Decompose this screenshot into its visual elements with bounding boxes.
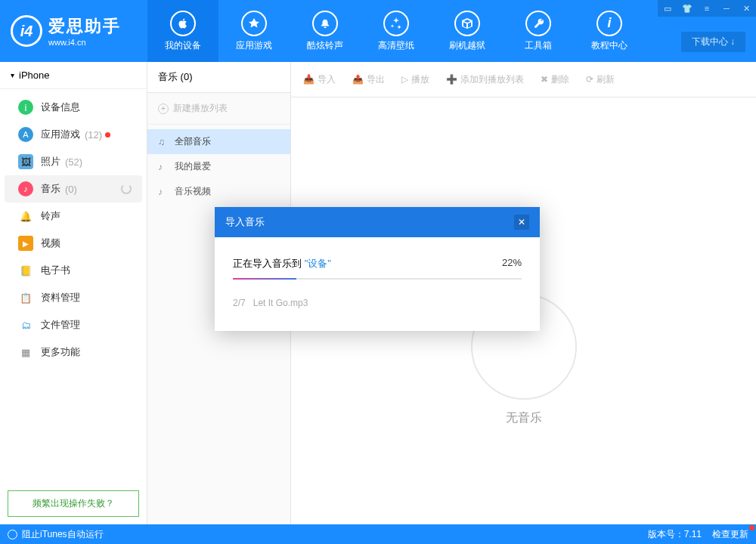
minimize-button[interactable]: ─	[717, 0, 736, 17]
import-target: "设备"	[305, 258, 331, 269]
nav-flash[interactable]: 刷机越狱	[432, 0, 503, 62]
video-note-icon: ♪	[158, 187, 169, 197]
progress-fill	[233, 278, 296, 280]
app-header: i4 爱思助手 www.i4.cn 我的设备 应用游戏 酷炫铃声 高清壁纸 刷机…	[0, 0, 756, 62]
plus-icon: +	[158, 104, 169, 114]
cat-label: 音乐视频	[175, 185, 211, 198]
import-button[interactable]: 📥导入	[303, 73, 336, 86]
chevron-down-icon: ▾	[11, 71, 14, 79]
sidebar-music[interactable]: ♪ 音乐 (0)	[5, 175, 142, 202]
new-playlist-button: + 新建播放列表	[147, 93, 290, 125]
sidebar-label: 应用游戏	[41, 128, 80, 141]
import-file-info: 2/7 Let It Go.mp3	[233, 298, 522, 308]
sidebar-count: (12)	[85, 129, 102, 141]
sidebar-label: 更多功能	[41, 345, 80, 359]
nav-label: 工具箱	[525, 39, 552, 52]
play-button: ▷播放	[401, 73, 429, 86]
info-icon: i	[596, 11, 622, 36]
help-link[interactable]: 频繁出现操作失败？	[8, 490, 139, 517]
feedback-icon[interactable]: ▭	[658, 0, 677, 17]
nav-my-device[interactable]: 我的设备	[147, 0, 218, 62]
import-percent: 22%	[502, 257, 522, 270]
wrench-icon	[525, 11, 551, 36]
sidebar-ebooks[interactable]: 📒 电子书	[0, 257, 147, 284]
dialog-close-button: ✕	[514, 215, 529, 230]
version-text: 版本号：7.11	[648, 528, 702, 541]
sidebar-label: 文件管理	[41, 318, 80, 332]
loading-spinner-icon	[121, 184, 132, 194]
music-note-icon: ♫	[158, 137, 169, 147]
nav-label: 高清壁纸	[378, 39, 414, 52]
refresh-icon: ⟳	[586, 74, 593, 85]
nav-label: 酷炫铃声	[307, 39, 343, 52]
sidebar-videos[interactable]: ▶ 视频	[0, 230, 147, 257]
heart-icon: ♪	[158, 162, 169, 172]
sidebar-device-info[interactable]: i 设备信息	[0, 94, 147, 121]
nav-label: 教程中心	[591, 39, 627, 52]
add-to-playlist-button: ➕添加到播放列表	[446, 73, 524, 86]
box-icon	[454, 11, 480, 36]
sidebar-label: 设备信息	[41, 100, 80, 114]
sidebar-apps[interactable]: A 应用游戏 (12)	[0, 121, 147, 148]
import-icon: 📥	[303, 74, 314, 85]
info-icon: i	[18, 100, 33, 115]
device-name: iPhone	[19, 70, 49, 81]
nav-label: 应用游戏	[236, 39, 272, 52]
sidebar-ringtones[interactable]: 🔔 铃声	[0, 202, 147, 230]
nav-tutorials[interactable]: i 教程中心	[574, 0, 645, 62]
nav-apps[interactable]: 应用游戏	[218, 0, 290, 62]
nav-toolbox[interactable]: 工具箱	[503, 0, 574, 62]
import-music-dialog: 导入音乐 ✕ 正在导入音乐到 "设备" 22% 2/7 Let It Go.mp…	[215, 207, 540, 331]
brand-title: 爱思助手	[48, 15, 121, 38]
block-itunes-toggle[interactable]: 阻止iTunes自动运行	[8, 528, 104, 541]
download-center-button[interactable]: 下载中心 ↓	[681, 32, 745, 52]
apple-icon	[170, 11, 196, 36]
sidebar-label: 电子书	[41, 264, 70, 277]
music-toolbar: 📥导入 📤导出 ▷播放 ➕添加到播放列表 ✖删除 ⟳刷新	[291, 62, 756, 97]
bell-icon: 🔔	[18, 209, 33, 224]
nav-ringtones[interactable]: 酷炫铃声	[290, 0, 361, 62]
menu-icon[interactable]: ≡	[697, 0, 717, 17]
sidebar-label: 照片	[41, 155, 60, 168]
device-sidebar: ▾ iPhone i 设备信息 A 应用游戏 (12) 🖼 照片 (52) ♪ …	[0, 62, 147, 524]
book-icon: 📒	[18, 263, 33, 278]
progress-bar	[233, 278, 522, 280]
sidebar-more[interactable]: ▦ 更多功能	[0, 338, 147, 366]
update-badge-dot	[749, 525, 754, 530]
photo-icon: 🖼	[18, 154, 33, 169]
sidebar-data-manage[interactable]: 📋 资料管理	[0, 284, 147, 311]
badge-dot	[105, 132, 110, 138]
sidebar-label: 铃声	[41, 209, 60, 223]
logo-icon: i4	[11, 15, 42, 47]
music-icon: ♪	[18, 181, 33, 196]
video-icon: ▶	[18, 236, 33, 251]
dialog-title: 导入音乐	[225, 215, 265, 229]
file-progress: 2/7	[233, 298, 246, 308]
cat-all-music[interactable]: ♫ 全部音乐	[147, 129, 290, 154]
nav-label: 刷机越狱	[449, 39, 485, 52]
clipboard-icon: 📋	[18, 290, 33, 305]
bell-icon	[312, 11, 338, 36]
check-update-button[interactable]: 检查更新	[712, 528, 748, 541]
music-tab[interactable]: 音乐 (0)	[147, 62, 290, 93]
cat-label: 我的最爱	[175, 160, 211, 173]
sparkle-icon	[383, 11, 409, 36]
close-button[interactable]: ✕	[736, 0, 756, 17]
nav-wallpapers[interactable]: 高清壁纸	[361, 0, 432, 62]
skin-icon[interactable]: 👕	[677, 0, 697, 17]
sidebar-photos[interactable]: 🖼 照片 (52)	[0, 148, 147, 175]
main-nav: 我的设备 应用游戏 酷炫铃声 高清壁纸 刷机越狱 工具箱 i 教程中心	[147, 0, 645, 62]
cat-favorites[interactable]: ♪ 我的最爱	[147, 154, 290, 179]
refresh-button[interactable]: ⟳刷新	[586, 73, 615, 86]
window-controls: ▭ 👕 ≡ ─ ✕	[658, 0, 756, 17]
device-selector[interactable]: ▾ iPhone	[0, 62, 147, 89]
export-icon: 📤	[352, 74, 364, 85]
cat-music-video[interactable]: ♪ 音乐视频	[147, 179, 290, 204]
sidebar-file-manage[interactable]: 🗂 文件管理	[0, 311, 147, 338]
nav-label: 我的设备	[165, 39, 201, 52]
sidebar-label: 资料管理	[41, 291, 80, 304]
folder-icon: 🗂	[18, 317, 33, 332]
play-icon: ▷	[401, 74, 408, 85]
file-name: Let It Go.mp3	[253, 298, 308, 308]
toggle-icon	[8, 530, 17, 539]
